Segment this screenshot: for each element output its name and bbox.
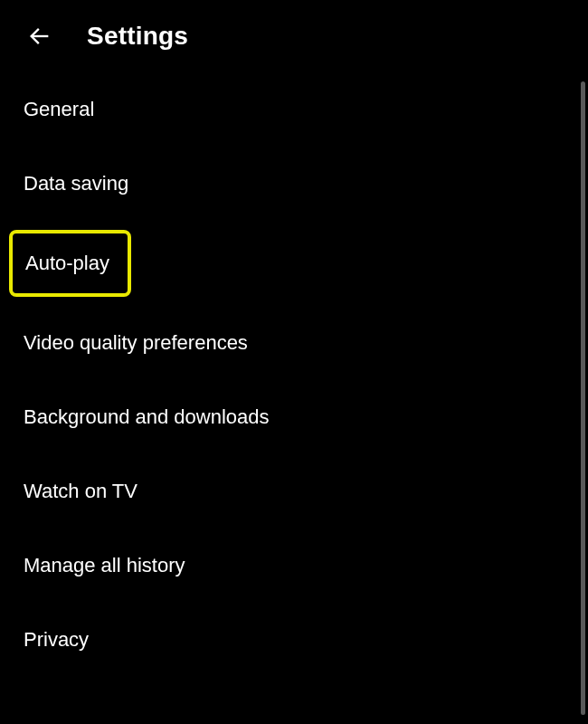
settings-item-manage-history[interactable]: Manage all history xyxy=(0,529,588,603)
settings-item-label: Privacy xyxy=(24,628,89,651)
settings-item-privacy[interactable]: Privacy xyxy=(0,603,588,677)
scrollbar[interactable] xyxy=(581,81,585,715)
settings-item-label: Video quality preferences xyxy=(24,331,248,354)
settings-item-label: Data saving xyxy=(24,172,128,195)
settings-item-background-downloads[interactable]: Background and downloads xyxy=(0,380,588,454)
settings-item-general[interactable]: General xyxy=(0,72,588,147)
settings-item-label: Manage all history xyxy=(24,554,185,576)
back-button[interactable] xyxy=(25,22,54,51)
settings-item-label: Background and downloads xyxy=(24,405,270,428)
settings-item-label: Watch on TV xyxy=(24,480,138,502)
settings-item-watch-on-tv[interactable]: Watch on TV xyxy=(0,454,588,529)
header: Settings xyxy=(0,0,588,69)
highlight-box: Auto-play xyxy=(9,230,131,297)
page-title: Settings xyxy=(87,22,188,51)
back-arrow-icon xyxy=(27,24,52,49)
settings-item-video-quality[interactable]: Video quality preferences xyxy=(0,306,588,380)
settings-item-label: Auto-play xyxy=(25,252,109,274)
settings-item-data-saving[interactable]: Data saving xyxy=(0,147,588,221)
settings-item-auto-play[interactable]: Auto-play xyxy=(0,221,588,306)
settings-list: General Data saving Auto-play Video qual… xyxy=(0,69,588,681)
settings-item-label: General xyxy=(24,98,94,120)
